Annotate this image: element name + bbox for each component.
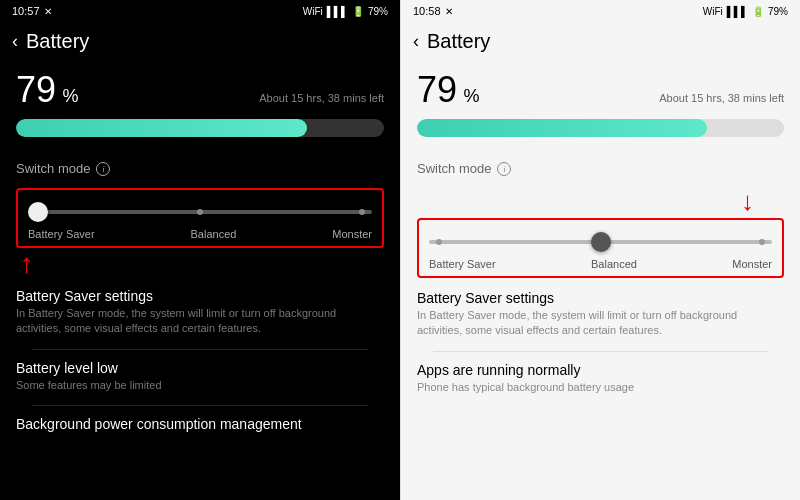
right-slider-dot-left [436,239,442,245]
right-status-bar: 10:58 ✕ WiFi ▌▌▌ 🔋 79% [401,0,800,22]
left-settings-section: Battery Saver settings In Battery Saver … [0,276,400,500]
left-back-button[interactable]: ‹ [12,31,18,52]
right-settings-item-0: Battery Saver settings In Battery Saver … [417,290,784,339]
left-slider-thumb[interactable] [28,202,48,222]
right-panel: 10:58 ✕ WiFi ▌▌▌ 🔋 79% ‹ Battery 79 % Ab… [400,0,800,500]
left-settings-title-0: Battery Saver settings [16,288,384,304]
left-wifi-icon: WiFi [303,6,323,17]
left-battery-section: 79 % About 15 hrs, 38 mins left [0,61,400,149]
left-settings-title-2: Background power consumption management [16,416,384,432]
right-settings-title-1: Apps are running normally [417,362,784,378]
left-battery-pct: 79% [368,6,388,17]
right-time: 10:58 [413,5,441,17]
left-red-arrow: ↑ [20,248,34,280]
right-battery-percent: 79 [417,69,457,110]
right-slider-track [429,240,772,244]
left-slider-labels: Battery Saver Balanced Monster [28,228,372,240]
right-battery-pct: 79% [768,6,788,17]
left-panel: 10:57 ✕ WiFi ▌▌▌ 🔋 79% ‹ Battery 79 % Ab… [0,0,400,500]
right-close-icon: ✕ [445,6,453,17]
left-status-bar: 10:57 ✕ WiFi ▌▌▌ 🔋 79% [0,0,400,22]
left-time: 10:57 [12,5,40,17]
left-battery-percent: 79 [16,69,56,110]
right-info-icon[interactable]: i [497,162,511,176]
left-close-icon: ✕ [44,6,52,17]
right-settings-title-0: Battery Saver settings [417,290,784,306]
left-battery-bar [16,119,384,137]
right-settings-desc-0: In Battery Saver mode, the system will l… [417,308,784,339]
left-battery-symbol: % [63,86,79,106]
left-slider-wrapper: ↑ Battery Saver Balanced Monster [0,188,400,248]
right-header: ‹ Battery [401,22,800,61]
right-battery-fill [417,119,707,137]
left-slider-dot-mid [197,209,203,215]
right-settings-section: Battery Saver settings In Battery Saver … [401,278,800,500]
right-down-arrow: ↓ [401,188,770,218]
left-page-title: Battery [26,30,89,53]
right-battery-bar [417,119,784,137]
right-slider-box: Battery Saver Balanced Monster [417,218,784,278]
left-battery-time: About 15 hrs, 38 mins left [259,92,384,104]
left-slider-dot-right [359,209,365,215]
right-slider-dot-right [759,239,765,245]
right-switch-mode-section: Switch mode i [401,149,800,188]
right-slider-labels: Battery Saver Balanced Monster [429,258,772,270]
left-switch-mode-label: Switch mode i [16,161,384,176]
left-settings-desc-1: Some features may be limited [16,378,384,393]
left-slider-track-container[interactable] [28,200,372,224]
right-battery-icon: 🔋 [752,6,764,17]
left-settings-item-0: Battery Saver settings In Battery Saver … [16,288,384,337]
left-switch-mode-section: Switch mode i [0,149,400,188]
left-signal-icon: ▌▌▌ [327,6,348,17]
left-settings-item-1: Battery level low Some features may be l… [16,360,384,393]
left-settings-title-1: Battery level low [16,360,384,376]
left-battery-fill [16,119,307,137]
left-slider-box: Battery Saver Balanced Monster [16,188,384,248]
left-slider-track [28,210,372,214]
right-settings-desc-1: Phone has typical background battery usa… [417,380,784,395]
right-wifi-icon: WiFi [703,6,723,17]
right-battery-time: About 15 hrs, 38 mins left [659,92,784,104]
right-signal-icon: ▌▌▌ [727,6,748,17]
left-up-arrow: ↑ [0,248,400,276]
right-page-title: Battery [427,30,490,53]
left-settings-item-2: Background power consumption management [16,416,384,432]
right-settings-item-1: Apps are running normally Phone has typi… [417,362,784,395]
right-switch-mode-label: Switch mode i [417,161,784,176]
left-settings-desc-0: In Battery Saver mode, the system will l… [16,306,384,337]
right-battery-symbol: % [464,86,480,106]
right-back-button[interactable]: ‹ [413,31,419,52]
right-slider-track-container[interactable] [429,230,772,254]
right-slider-thumb[interactable] [591,232,611,252]
left-header: ‹ Battery [0,22,400,61]
left-info-icon[interactable]: i [96,162,110,176]
right-battery-section: 79 % About 15 hrs, 38 mins left [401,61,800,149]
left-battery-icon: 🔋 [352,6,364,17]
